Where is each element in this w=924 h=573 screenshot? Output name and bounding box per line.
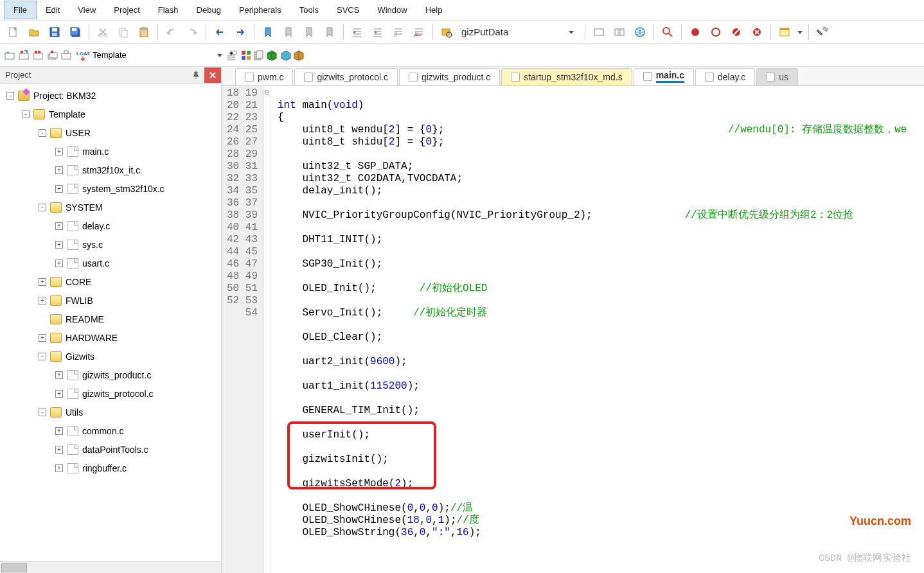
configure-icon[interactable]	[813, 22, 832, 42]
expand-icon[interactable]: +	[55, 185, 63, 193]
redo-button[interactable]	[182, 22, 202, 42]
bookmark-clear-button[interactable]	[320, 22, 339, 42]
menu-file[interactable]: File	[4, 1, 37, 19]
project-tree[interactable]: -Project: BKM32-Template-USER+main.c+stm…	[0, 84, 221, 561]
tree-node[interactable]: -Gizwits	[0, 347, 221, 366]
menu-flash[interactable]: Flash	[149, 1, 188, 19]
comment-button[interactable]: //	[389, 22, 408, 42]
undo-button[interactable]	[162, 22, 181, 42]
panel-close-icon[interactable]	[204, 67, 221, 83]
save-button[interactable]	[45, 22, 64, 42]
tree-node[interactable]: +CORE	[0, 272, 221, 291]
expand-icon[interactable]: -	[39, 204, 46, 211]
expand-icon[interactable]: +	[39, 334, 46, 342]
select-packs-button[interactable]	[253, 49, 265, 61]
save-all-button[interactable]	[66, 22, 85, 42]
target-options-button[interactable]	[225, 49, 238, 61]
rebuild-button[interactable]	[32, 49, 45, 61]
expand-icon[interactable]: +	[55, 371, 63, 379]
expand-icon[interactable]: -	[39, 129, 46, 137]
tree-node[interactable]: -USER	[0, 123, 221, 142]
tree-node[interactable]: +gizwits_protocol.c	[0, 384, 221, 403]
bookmark-prev-button[interactable]	[279, 22, 298, 42]
menu-peripherals[interactable]: Peripherals	[230, 1, 290, 19]
expand-icon[interactable]: +	[55, 166, 63, 174]
editor-tab[interactable]: pwm.c	[235, 68, 293, 85]
target-combo[interactable]: Template	[93, 50, 215, 60]
combo-dropdown-icon[interactable]	[562, 22, 581, 42]
expand-icon[interactable]: +	[55, 390, 63, 398]
tree-node[interactable]: -Template	[0, 105, 221, 123]
tree-node[interactable]: +FWLIB	[0, 291, 221, 310]
editor-tab[interactable]: delay.c	[695, 68, 755, 85]
fold-column[interactable]: ⊟	[263, 86, 271, 573]
breakpoint-enable-icon[interactable]	[706, 22, 725, 42]
editor-tab[interactable]: startup_stm32f10x_md.s	[501, 68, 632, 85]
find-combo[interactable]: gizPutData	[458, 25, 560, 39]
breakpoint-kill-icon[interactable]	[747, 22, 767, 42]
pack-installer-button[interactable]	[266, 49, 278, 61]
menu-window[interactable]: Window	[368, 1, 416, 19]
bookmark-insert-button[interactable]	[258, 22, 278, 42]
find-icon[interactable]	[658, 22, 677, 42]
menu-view[interactable]: View	[69, 1, 105, 19]
expand-icon[interactable]: -	[39, 353, 46, 360]
batch-build-button[interactable]	[46, 49, 59, 61]
menu-tools[interactable]: Tools	[290, 1, 328, 19]
expand-icon[interactable]: +	[55, 241, 63, 249]
menu-edit[interactable]: Edit	[37, 1, 69, 19]
tree-node[interactable]: -SYSTEM	[0, 198, 221, 216]
expand-icon[interactable]: -	[39, 409, 46, 416]
expand-icon[interactable]: +	[39, 278, 46, 286]
tree-node[interactable]: +system_stm32f10x.c	[0, 179, 221, 198]
expand-icon[interactable]: +	[55, 446, 63, 454]
manage-components-button[interactable]	[240, 49, 252, 61]
expand-icon[interactable]: +	[39, 297, 46, 304]
nav-back-button[interactable]	[210, 22, 229, 42]
breakpoint-disable-icon[interactable]	[727, 22, 746, 42]
combo-dropdown-icon[interactable]	[795, 22, 804, 42]
editor-tab[interactable]: us	[756, 68, 798, 85]
editor-tab[interactable]: gizwits_product.c	[399, 68, 500, 85]
bookmark-next-button[interactable]	[299, 22, 319, 42]
tree-node[interactable]: +main.c	[0, 142, 221, 161]
expand-icon[interactable]: -	[22, 110, 30, 118]
tree-node[interactable]: +dataPointTools.c	[0, 440, 221, 459]
code-editor[interactable]: 18 19 20 21 22 23 24 25 26 27 28 29 30 3…	[222, 86, 924, 573]
paste-button[interactable]	[134, 22, 154, 42]
expand-icon[interactable]: +	[55, 464, 63, 472]
panel-pin-icon[interactable]	[188, 67, 204, 83]
open-button[interactable]	[24, 22, 44, 42]
horizontal-scrollbar[interactable]	[0, 561, 221, 573]
debug-restore-icon[interactable]	[610, 22, 629, 42]
expand-icon[interactable]: +	[55, 260, 63, 267]
expand-icon[interactable]: -	[6, 92, 14, 100]
tree-node[interactable]: -Utils	[0, 403, 221, 421]
tree-node[interactable]: +usart.c	[0, 254, 221, 272]
books-button[interactable]	[280, 49, 292, 61]
build-button[interactable]	[18, 49, 31, 61]
combo-dropdown-icon[interactable]	[216, 51, 224, 59]
menu-project[interactable]: Project	[105, 1, 148, 19]
expand-icon[interactable]: +	[55, 427, 63, 435]
find-in-files-icon[interactable]	[437, 22, 456, 42]
new-file-button[interactable]	[4, 22, 23, 42]
copy-button[interactable]	[114, 22, 133, 42]
code-lines[interactable]: int main(void){ uint8_t wendu[2] = {0}; …	[271, 86, 924, 573]
tree-node[interactable]: +ringbuffer.c	[0, 459, 221, 477]
indent-button[interactable]	[348, 22, 367, 42]
editor-tab[interactable]: main.c	[634, 68, 694, 85]
tree-node[interactable]: -Project: BKM32	[0, 86, 221, 105]
tree-node[interactable]: README	[0, 310, 221, 328]
expand-icon[interactable]: +	[55, 148, 63, 155]
tree-node[interactable]: +HARDWARE	[0, 328, 221, 347]
expand-icon[interactable]: +	[55, 222, 63, 230]
uncomment-button[interactable]: //	[409, 22, 429, 42]
window-icon[interactable]	[775, 22, 794, 42]
tree-node[interactable]: +sys.c	[0, 235, 221, 254]
tree-node[interactable]: +gizwits_product.c	[0, 366, 221, 384]
editor-tab[interactable]: gizwits_protocol.c	[294, 68, 398, 85]
tree-node[interactable]: +delay.c	[0, 216, 221, 235]
menu-help[interactable]: Help	[416, 1, 452, 19]
translate-button[interactable]	[4, 49, 17, 61]
